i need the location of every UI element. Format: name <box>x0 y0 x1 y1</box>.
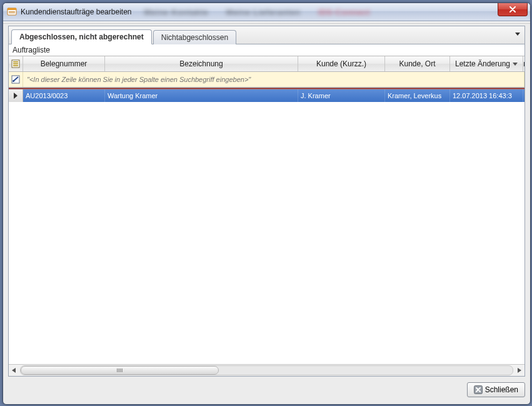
column-header-bezeichnung[interactable]: Bezeichnung <box>105 56 298 71</box>
window-close-button[interactable] <box>498 3 528 16</box>
cell-belegnummer: AU2013/0023 <box>23 89 105 102</box>
selector-icon <box>11 59 20 68</box>
svg-rect-1 <box>8 8 16 10</box>
filter-icon <box>11 75 20 84</box>
scroll-thumb[interactable] <box>21 366 219 375</box>
tab-overflow-button[interactable] <box>513 30 522 39</box>
column-header-kunde-kurz[interactable]: Kunde (Kurzz.) <box>298 56 385 71</box>
window-title: Kundendienstaufträge bearbeiten <box>21 8 131 16</box>
titlebar: Kundendienstaufträge bearbeiten Meine Ko… <box>3 3 530 21</box>
scroll-grip-icon <box>113 368 126 372</box>
grid-header-row: Belegnummer Bezeichnung Kunde (Kurzz.) K… <box>9 56 524 72</box>
scroll-left-button[interactable] <box>9 365 19 375</box>
row-indicator <box>9 89 23 102</box>
background-toolbar-blur: Meine KontakteMeine LieferantenIDS-Conne… <box>144 8 370 17</box>
dialog-footer: Schließen <box>8 380 525 399</box>
tab-strip: Abgeschlossen, nicht abgerechnet Nichtab… <box>9 26 524 44</box>
grid-body: AU2013/0023 Wartung Kramer J. Kramer Kra… <box>9 88 524 364</box>
chrome-divider <box>3 21 530 24</box>
grid-empty-area <box>9 102 524 364</box>
cell-anw: Abgeschl <box>523 89 524 102</box>
column-header-letzte-aenderung[interactable]: Letzte Änderung <box>450 56 523 71</box>
cell-kunde-ort: Kramer, Leverkus <box>385 89 450 102</box>
tab-nichtabgeschlossen[interactable]: Nichtabgeschlossen <box>153 30 236 44</box>
filter-row-indicator[interactable] <box>9 72 23 87</box>
svg-rect-5 <box>13 61 18 63</box>
grid-filter-input[interactable] <box>26 75 521 84</box>
data-grid: Belegnummer Bezeichnung Kunde (Kurzz.) K… <box>9 56 524 376</box>
window-controls <box>498 3 530 16</box>
svg-rect-2 <box>9 11 15 12</box>
cell-letzte-aenderung: 12.07.2013 16:43:3 <box>450 89 523 102</box>
current-row-icon <box>13 93 18 99</box>
cell-bezeichnung: Wartung Kramer <box>105 89 298 102</box>
column-header-anw[interactable]: Anw <box>523 56 524 71</box>
chevron-down-icon <box>515 33 520 36</box>
content-panel: Abgeschlossen, nicht abgerechnet Nichtab… <box>8 26 525 377</box>
sort-desc-icon <box>513 63 518 66</box>
horizontal-scrollbar[interactable] <box>9 364 524 376</box>
scroll-right-button[interactable] <box>514 365 524 375</box>
column-header-belegnummer[interactable]: Belegnummer <box>23 56 105 71</box>
cell-kunde-kurz: J. Kramer <box>298 89 385 102</box>
section-label: Auftragliste <box>9 44 524 56</box>
close-box-icon <box>474 385 483 394</box>
svg-rect-7 <box>13 65 18 66</box>
close-button[interactable]: Schließen <box>467 382 525 397</box>
app-icon <box>7 7 17 17</box>
chevron-right-icon <box>518 368 521 373</box>
close-icon <box>509 6 516 13</box>
svg-point-9 <box>13 80 14 82</box>
grid-filter-row <box>9 72 524 88</box>
chevron-left-icon <box>12 368 16 373</box>
scroll-track[interactable] <box>20 365 513 375</box>
column-header-kunde-ort[interactable]: Kunde, Ort <box>385 56 450 71</box>
svg-rect-3 <box>9 13 15 13</box>
grid-selector-header[interactable] <box>9 56 23 71</box>
table-row[interactable]: AU2013/0023 Wartung Kramer J. Kramer Kra… <box>9 89 524 102</box>
tab-abgeschlossen[interactable]: Abgeschlossen, nicht abgerechnet <box>11 29 152 44</box>
svg-rect-6 <box>13 63 18 64</box>
close-button-label: Schließen <box>485 385 518 394</box>
app-window: Kundendienstaufträge bearbeiten Meine Ko… <box>3 3 531 405</box>
